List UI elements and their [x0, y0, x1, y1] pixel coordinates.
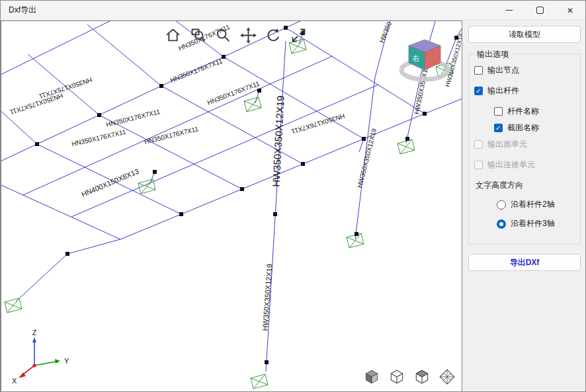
checkbox-box [474, 140, 483, 149]
checkbox-output-nodes[interactable]: 输出节点 [474, 65, 575, 76]
member-label: HN350X176X7X11 [290, 112, 346, 136]
checkbox-label: 截面名称 [507, 122, 539, 134]
export-dxf-button[interactable]: 导出DXf [468, 254, 581, 271]
zoom-window-icon[interactable] [188, 25, 208, 45]
minimize-button[interactable] [494, 1, 524, 20]
read-model-button[interactable]: 读取模型 [468, 26, 581, 43]
cube-facet-icon[interactable] [437, 367, 457, 387]
node-marker[interactable] [35, 142, 39, 146]
checkbox-member-names[interactable]: 杆件名称 [494, 106, 575, 117]
checkbox-box[interactable] [494, 107, 503, 116]
dxf-export-dialog: Dxf导出 ✕ HN350X176X7X11HN350X176X7X11HN35… [0, 0, 586, 392]
member-label: HN350X176X7X11 [105, 108, 161, 128]
radio-along-axis3[interactable]: 沿着杆件3轴 [497, 218, 575, 229]
radio-along-axis2[interactable]: 沿着杆件2轴 [497, 199, 575, 210]
section-symbol [138, 179, 155, 194]
node-marker[interactable] [179, 212, 183, 216]
checkbox-output-links: 输出连接单元 [474, 159, 575, 171]
checkbox-label: 输出连接单元 [487, 159, 535, 171]
node-marker[interactable] [265, 360, 269, 364]
member-label: HW350 [378, 21, 393, 44]
window-title: Dxf导出 [1, 5, 494, 16]
view-cube[interactable]: 右 [397, 36, 452, 90]
checkbox-label: 输出节点 [487, 65, 519, 76]
section-symbol [398, 139, 415, 154]
zoom-icon[interactable] [213, 25, 233, 45]
member-line[interactable] [1, 21, 150, 87]
maximize-button[interactable] [524, 1, 555, 20]
node-marker[interactable] [240, 187, 244, 191]
node-marker[interactable] [301, 162, 305, 166]
title-bar: Dxf导出 ✕ [1, 1, 585, 20]
rotate-icon[interactable] [263, 25, 283, 45]
home-icon[interactable] [163, 25, 183, 45]
node-marker[interactable] [65, 252, 69, 256]
member-label: HW350X350X12X19 [270, 95, 286, 187]
node-marker[interactable] [153, 170, 157, 174]
member-label: HN400X150X8X13 [80, 167, 140, 198]
radio-label: 沿着杆件2轴 [511, 199, 555, 210]
pan-icon[interactable] [238, 25, 258, 45]
close-icon: ✕ [567, 6, 573, 15]
member-label: HW350X350X12X19 [261, 264, 273, 331]
member-line[interactable] [67, 239, 120, 254]
group-title: 输出选项 [474, 49, 511, 60]
radio-label: 沿着杆件3轴 [511, 218, 555, 229]
cube-wire-icon[interactable] [387, 367, 407, 387]
cube-face-icon[interactable] [412, 367, 432, 387]
cube-solid-icon[interactable] [362, 367, 382, 387]
axis-z-label: Z [32, 329, 37, 336]
axis-x-label: X [12, 377, 17, 385]
radio-list: 沿着杆件2轴沿着杆件3轴 [474, 199, 575, 229]
checkbox-box [474, 161, 483, 169]
axis-y-label: Y [64, 357, 69, 365]
radio-dot[interactable] [497, 200, 506, 210]
text-direction-label: 文字高度方向 [476, 180, 575, 191]
member-line[interactable] [425, 98, 462, 114]
member-label: HN350X176X7X11 [71, 128, 127, 148]
axis-triad: Z Y X [7, 329, 73, 388]
node-marker[interactable] [159, 84, 163, 88]
output-options-group: 输出选项 输出节点✓输出杆件杆件名称✓截面名称输出面单元输出连接单元 文字高度方… [468, 54, 581, 245]
radio-dot[interactable] [497, 219, 506, 229]
node-marker[interactable] [423, 112, 427, 116]
member-line[interactable] [224, 57, 364, 139]
checkbox-box[interactable] [474, 66, 483, 75]
node-marker[interactable] [362, 137, 366, 141]
checkbox-label: 输出杆件 [487, 85, 519, 97]
checkbox-section-names[interactable]: ✓截面名称 [494, 122, 575, 134]
checkbox-label: 输出面单元 [487, 139, 527, 150]
node-marker[interactable] [222, 55, 226, 59]
fullscreen-icon[interactable] [288, 25, 308, 45]
checkbox-box[interactable]: ✓ [474, 87, 483, 95]
section-symbol [251, 374, 268, 389]
checkbox-box[interactable]: ✓ [494, 124, 503, 132]
node-marker[interactable] [405, 137, 409, 141]
viewport-toolbar [163, 25, 308, 45]
member-label: HN350X175X7X11 [9, 92, 63, 116]
checkbox-output-plates: 输出面单元 [474, 139, 575, 150]
checkbox-output-members[interactable]: ✓输出杆件 [474, 85, 575, 97]
checkbox-list: 输出节点✓输出杆件杆件名称✓截面名称输出面单元输出连接单元 [474, 65, 575, 171]
section-symbol [5, 298, 22, 313]
member-line[interactable] [16, 254, 67, 301]
maximize-icon [536, 7, 544, 14]
model-viewport[interactable]: HN350X176X7X11HN350X176X7X11HN350X176X7X… [1, 20, 462, 392]
node-marker[interactable] [257, 89, 261, 93]
view-cube-face-label: 右 [413, 54, 420, 62]
member-label: HN350X176X7X11 [169, 57, 224, 83]
member-label: HN350X175X7X11 [38, 76, 93, 100]
close-button[interactable]: ✕ [555, 1, 585, 20]
options-panel: 读取模型 输出选项 输出节点✓输出杆件杆件名称✓截面名称输出面单元输出连接单元 … [462, 20, 586, 392]
node-marker[interactable] [273, 212, 277, 216]
node-marker[interactable] [355, 232, 358, 236]
node-marker[interactable] [97, 113, 101, 117]
minimize-icon [506, 10, 513, 11]
member-line[interactable] [87, 24, 161, 86]
member-label: HW350X350X12X19 [356, 128, 378, 189]
display-mode-toolbar [362, 367, 457, 387]
checkbox-label: 杆件名称 [507, 106, 539, 117]
member-label: HN350X176X7X11 [206, 79, 261, 106]
section-symbol [244, 97, 261, 112]
member-line[interactable] [1, 87, 37, 144]
